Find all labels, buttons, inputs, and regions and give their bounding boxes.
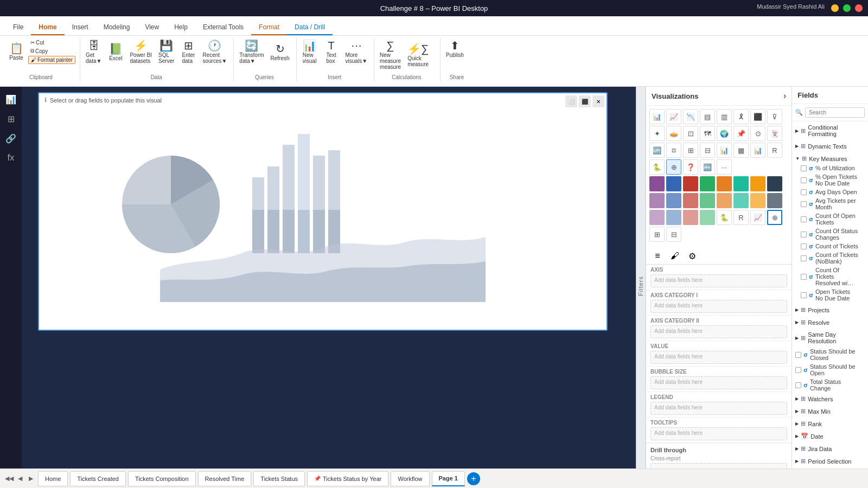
fields-search-input[interactable] (805, 107, 865, 118)
nav-next-page[interactable]: ▶ (26, 474, 36, 484)
field-item-total-status[interactable]: σ Total Status Change (792, 377, 868, 393)
field-group-jira-data-header[interactable]: ▶ ⊞ Jira Data (792, 444, 868, 454)
tab-file[interactable]: File (5, 20, 31, 35)
viz-custom-11[interactable] (683, 193, 698, 208)
viz-tab-format[interactable]: 🖌 (667, 249, 683, 264)
recent-sources-button[interactable]: 🕐 Recentsources▼ (200, 39, 229, 65)
field-checkbox[interactable] (801, 165, 807, 171)
viz-custom-18[interactable] (666, 210, 681, 225)
viz-100pct-column[interactable]: ▦ (733, 143, 749, 158)
field-checkbox[interactable] (801, 232, 807, 237)
nav-first-page[interactable]: ◀◀ (4, 474, 14, 484)
tab-format[interactable]: Format (251, 20, 287, 35)
viz-100pct-bar[interactable]: ▥ (717, 109, 732, 124)
nav-prev-page[interactable]: ◀ (15, 474, 25, 484)
publish-button[interactable]: ⬆ Publish (444, 39, 466, 59)
viz-funnel[interactable]: ⊽ (767, 109, 782, 124)
field-group-projects-header[interactable]: ▶ ⊞ Projects (792, 305, 868, 315)
field-item-count-tickets[interactable]: σ Count of Tickets (792, 242, 868, 251)
model-view-icon[interactable]: 🔗 (3, 130, 19, 146)
viz-custom-1[interactable] (649, 176, 665, 191)
axis-cat-i-drop[interactable]: Add data fields here (650, 300, 787, 313)
visual-tb-btn-1[interactable]: ⬜ (565, 95, 577, 107)
tab-help[interactable]: Help (167, 20, 195, 35)
tab-view[interactable]: View (137, 20, 167, 35)
viz-card[interactable]: 🃏 (767, 126, 782, 141)
transform-data-button[interactable]: 🔄 Transformdata▼ (237, 39, 266, 65)
tab-resolved-time[interactable]: Resolved Time (198, 471, 252, 486)
viz-panel-toggle[interactable]: › (783, 91, 786, 101)
refresh-button[interactable]: ↻ Refresh (269, 42, 292, 62)
legend-drop[interactable]: Add data fields here (650, 402, 787, 415)
viz-matrix[interactable]: ⊟ (700, 143, 715, 158)
tab-tickets-composition[interactable]: Tickets Composition (128, 471, 196, 486)
viz-line-chart[interactable]: 📈 (666, 109, 681, 124)
axis-drop[interactable]: Add data fields here (650, 274, 787, 287)
field-checkbox[interactable] (795, 352, 801, 358)
viz-custom-8[interactable] (767, 176, 782, 191)
viz-waterfall[interactable]: ⬛ (750, 109, 765, 124)
visual-tb-btn-2[interactable]: ⬛ (579, 95, 591, 107)
field-group-date-header[interactable]: ▶ 📅 Date (792, 431, 868, 441)
copy-button[interactable]: ⧉ Copy (28, 47, 75, 55)
viz-sparkline[interactable]: 📈 (750, 210, 765, 225)
viz-custom-20[interactable] (700, 210, 715, 225)
viz-kpi[interactable]: 🆙 (649, 143, 665, 158)
field-checkbox[interactable] (795, 367, 801, 373)
viz-py-icon[interactable]: 🐍 (717, 210, 732, 225)
viz-qna[interactable]: ❓ (683, 159, 698, 175)
viz-custom-13[interactable] (717, 193, 732, 208)
viz-scatter[interactable]: ✦ (649, 126, 665, 141)
tooltips-drop[interactable]: Add data fields here (650, 427, 787, 440)
field-group-rank-header[interactable]: ▶ ⊞ Rank (792, 419, 868, 429)
viz-table[interactable]: ⊞ (683, 143, 698, 158)
field-item-status-open[interactable]: σ Status Should be Open (792, 362, 868, 377)
field-checkbox[interactable] (801, 292, 807, 298)
field-checkbox[interactable] (801, 201, 807, 207)
bubble-size-drop[interactable]: Add data fields here (650, 376, 787, 389)
viz-slicer[interactable]: ⧈ (666, 143, 681, 158)
field-group-period-selection-header[interactable]: ▶ ⊞ Period Selection (792, 456, 868, 466)
cross-report-drop[interactable] (650, 463, 787, 468)
viz-gauge[interactable]: ⊙ (750, 126, 765, 141)
field-item-avg-tickets-month[interactable]: σ Avg Tickets per Month (792, 196, 868, 211)
viz-treemap[interactable]: ⊡ (683, 126, 698, 141)
viz-table-icon-1[interactable]: ⊞ (649, 227, 665, 242)
report-view-icon[interactable]: 📊 (3, 91, 19, 107)
tab-insert[interactable]: Insert (65, 20, 96, 35)
filters-strip[interactable]: Filters (636, 87, 646, 468)
tab-home[interactable]: Home (38, 471, 68, 486)
new-measure-button[interactable]: ∑ Newmeasuremeasure (378, 39, 403, 71)
field-checkbox[interactable] (801, 243, 807, 249)
data-view-icon[interactable]: ⊞ (3, 111, 19, 127)
visual-container[interactable]: ℹ Select or drag fields to populate this… (38, 92, 608, 331)
enter-data-button[interactable]: ⊞ Enterdata (178, 39, 198, 65)
cut-button[interactable]: ✂ Cut (28, 39, 75, 46)
field-group-same-day-header[interactable]: ▶ ⊞ Same Day Resolution (792, 330, 868, 346)
tab-tickets-status[interactable]: Tickets Status (253, 471, 305, 486)
viz-tab-build[interactable]: ≡ (649, 249, 666, 264)
field-group-watchers-header[interactable]: ▶ ⊞ Watchers (792, 394, 868, 404)
viz-smart-narrative[interactable]: 🔤 (700, 159, 715, 175)
viz-decomp-tree[interactable]: ⊕ (666, 159, 681, 175)
viz-custom-3[interactable] (683, 176, 698, 191)
viz-map[interactable]: 🗺 (700, 126, 715, 141)
field-item-utilization[interactable]: σ % of Utilization (792, 164, 868, 172)
excel-button[interactable]: 📗 Excel (106, 42, 125, 62)
viz-area-chart[interactable]: 📉 (683, 109, 698, 124)
field-group-key-measures-header[interactable]: ▼ ⊞ Key Measures (792, 153, 868, 164)
viz-ribbon[interactable]: 🎗 (733, 109, 749, 124)
viz-r-visual[interactable]: R (767, 143, 782, 158)
viz-line-column[interactable]: 📊 (750, 143, 765, 158)
tab-tickets-created[interactable]: Tickets Created (70, 471, 126, 486)
viz-column-chart[interactable]: 📊 (717, 143, 732, 158)
add-page-button[interactable]: + (467, 472, 480, 485)
viz-custom-2[interactable] (666, 176, 681, 191)
field-checkbox[interactable] (801, 216, 807, 222)
sql-server-button[interactable]: 💾 SQLServer (156, 39, 176, 65)
viz-pie[interactable]: 🥧 (666, 126, 681, 141)
get-data-button[interactable]: 🗄 Getdata▼ (84, 39, 104, 65)
field-checkbox[interactable] (801, 189, 807, 195)
viz-custom-10[interactable] (666, 193, 681, 208)
field-item-status-closed[interactable]: σ Status Should be Closed (792, 347, 868, 362)
